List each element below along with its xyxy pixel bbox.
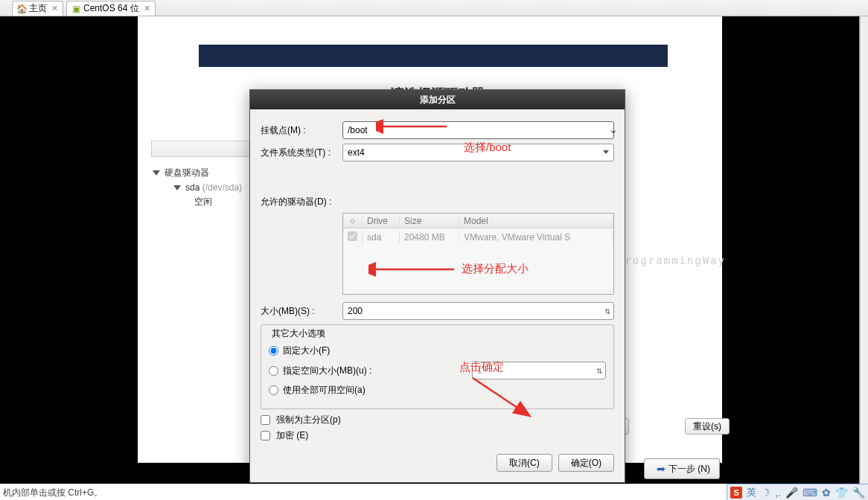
- skin-icon[interactable]: 👕: [835, 487, 848, 499]
- other-size-legend: 其它大小选项: [269, 327, 328, 340]
- size-label: 大小(MB)(S) :: [261, 305, 342, 318]
- moon-icon[interactable]: ☽: [761, 487, 770, 499]
- tab-centos[interactable]: ▣ CentOS 64 位 ✕: [66, 1, 156, 16]
- dialog-title: 添加分区: [250, 90, 625, 109]
- upto-spinner: 1: [472, 362, 606, 379]
- gear-icon[interactable]: ✿: [822, 487, 831, 499]
- ok-button[interactable]: 确定(O): [558, 454, 614, 472]
- chevron-down-icon: [153, 170, 160, 176]
- close-icon[interactable]: ✕: [144, 4, 150, 13]
- radio-upto[interactable]: 指定空间大小(MB)(u) :1: [269, 362, 606, 379]
- chk-encrypt[interactable]: 加密 (E): [261, 429, 614, 442]
- system-tray: S 英 ☽ ,. 🎤 ⌨ ✿ 👕 🔧: [727, 484, 868, 500]
- chevron-down-icon: [173, 185, 181, 190]
- close-icon[interactable]: ✕: [51, 4, 58, 13]
- col-drive: Drive: [363, 216, 400, 226]
- home-icon: 🏠: [17, 4, 26, 13]
- cancel-button[interactable]: 取消(C): [497, 454, 552, 472]
- scrollbar[interactable]: [860, 16, 868, 484]
- installer-screen: 请选择源驱动器 设备 硬盘驱动器 sda (/dev/sda) 空闲 (D) 重…: [138, 16, 722, 463]
- drive-table: ○ Drive Size Model sda 20480 MB VMware, …: [342, 213, 614, 295]
- drive-row[interactable]: sda 20480 MB VMware, VMware Virtual S: [343, 228, 613, 246]
- mount-point-combo[interactable]: /boot: [342, 121, 614, 139]
- allowable-drives-label: 允许的驱动器(D) :: [261, 166, 342, 208]
- add-partition-dialog: 添加分区 挂载点(M) : /boot 文件系统类型(T) : ext4 允许的…: [249, 89, 625, 483]
- keyboard-icon[interactable]: ⌨: [802, 487, 817, 499]
- vm-screen: 请选择源驱动器 设备 硬盘驱动器 sda (/dev/sda) 空闲 (D) 重…: [0, 16, 860, 484]
- arrow-right-icon: ➡: [657, 463, 666, 475]
- vm-icon: ▣: [71, 4, 80, 13]
- col-check: ○: [343, 216, 363, 226]
- sogou-icon[interactable]: S: [730, 487, 742, 499]
- ime-lang[interactable]: 英: [747, 486, 756, 499]
- top-bar: [199, 45, 668, 67]
- tab-label: CentOS 64 位: [83, 2, 139, 15]
- col-model: Model: [459, 216, 613, 226]
- status-bar: 机内部单击或按 Ctrl+G。: [0, 484, 752, 500]
- next-button[interactable]: ➡ 下一步 (N): [644, 458, 720, 479]
- fs-type-label: 文件系统类型(T) :: [261, 147, 342, 159]
- mic-icon[interactable]: 🎤: [785, 487, 798, 499]
- col-size: Size: [400, 216, 459, 226]
- radio-fixed[interactable]: 固定大小(F): [269, 344, 606, 357]
- punct-icon[interactable]: ,.: [775, 487, 781, 499]
- other-size-fieldset: 其它大小选项 固定大小(F) 指定空间大小(MB)(u) :1 使用全部可用空间…: [261, 324, 614, 409]
- radio-fill[interactable]: 使用全部可用空间(a): [269, 384, 606, 397]
- drive-checkbox: [348, 231, 357, 241]
- fs-type-combo[interactable]: ext4: [342, 144, 614, 161]
- size-input[interactable]: 200: [342, 302, 614, 320]
- reset-button[interactable]: 重设(s): [685, 418, 730, 435]
- tab-label: 主页: [29, 2, 47, 15]
- vmware-tab-bar: 🏠 主页 ✕ ▣ CentOS 64 位 ✕: [0, 0, 868, 16]
- mount-point-label: 挂载点(M) :: [261, 124, 342, 137]
- tab-home[interactable]: 🏠 主页 ✕: [12, 1, 63, 16]
- chk-primary[interactable]: 强制为主分区(p): [261, 414, 614, 426]
- wrench-icon[interactable]: 🔧: [852, 487, 865, 499]
